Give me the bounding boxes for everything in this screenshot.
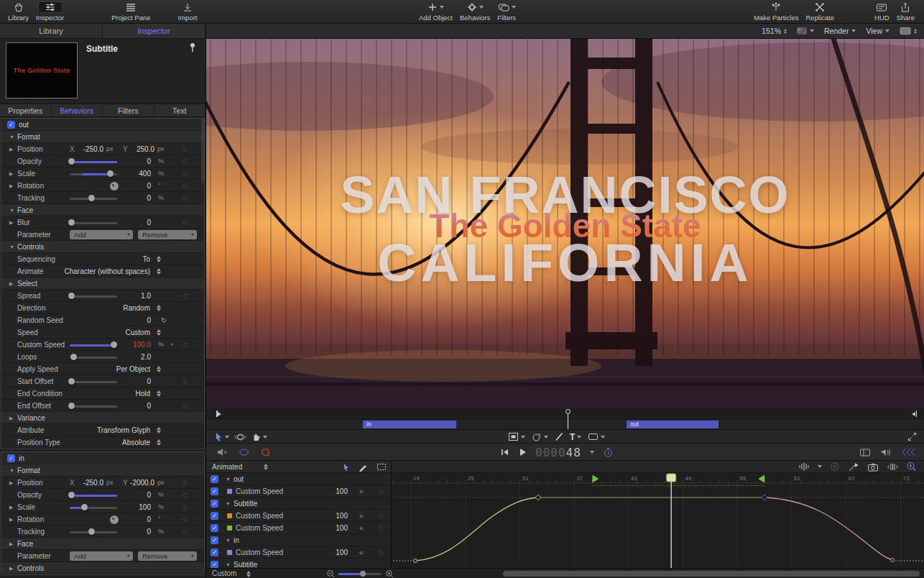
disclosure-triangle-icon[interactable]: ▶ <box>9 168 13 180</box>
curve-checkbox[interactable]: ✓ <box>211 475 218 483</box>
remove-popup-button[interactable]: Remove <box>138 230 197 239</box>
keyframe-diamond-icon[interactable]: ◇ <box>183 400 188 412</box>
section-row-format[interactable]: ▼Format <box>1 131 204 143</box>
record-animation-icon[interactable] <box>260 447 271 457</box>
param-slider[interactable] <box>70 222 117 224</box>
toolbar-button-make-particles[interactable]: Make Particles <box>750 1 802 22</box>
curve-filter-select[interactable]: Animated <box>212 461 242 473</box>
slider-thumb[interactable] <box>81 504 88 510</box>
chevron-down-icon[interactable] <box>818 465 822 470</box>
param-value[interactable]: 0 <box>147 489 151 501</box>
select-transform-tool[interactable] <box>215 432 229 441</box>
keyframe-nav-icon[interactable]: » <box>170 339 174 351</box>
x-value[interactable]: -250.0 <box>73 143 103 155</box>
popup-value[interactable]: To <box>142 253 150 265</box>
zoom-graph-icon[interactable] <box>906 462 917 472</box>
value-stepper-icon[interactable] <box>157 439 161 446</box>
section-row-select[interactable]: ▶Select <box>1 277 204 290</box>
toolbar-button-share[interactable]: Share <box>893 1 918 22</box>
text-tool[interactable]: T <box>570 432 581 442</box>
add-popup-button[interactable]: Add <box>70 230 133 239</box>
param-value[interactable]: 100 <box>139 501 151 513</box>
disclosure-triangle-icon[interactable]: ▼ <box>226 534 231 546</box>
curve-checkbox[interactable]: ✓ <box>211 512 218 520</box>
play-range-start-marker-icon[interactable] <box>216 410 223 417</box>
current-frame-counter[interactable]: 000048 <box>535 446 581 459</box>
param-value[interactable]: 0 <box>147 375 151 387</box>
rotation-dial[interactable] <box>110 515 119 524</box>
slider-thumb[interactable] <box>68 403 75 409</box>
curve-checkbox[interactable]: ✓ <box>211 549 218 556</box>
popup-value[interactable]: Character (without spaces) <box>65 265 151 277</box>
popup-value[interactable]: Absolute <box>122 436 150 449</box>
disclosure-triangle-icon[interactable]: ▶ <box>9 501 13 513</box>
slider-thumb[interactable] <box>70 354 77 360</box>
expand-icon[interactable] <box>907 432 917 441</box>
audio-pane-icon[interactable] <box>880 448 892 457</box>
transform-keyframes-icon[interactable] <box>887 462 898 472</box>
zoom-out-icon[interactable] <box>326 569 336 578</box>
remove-popup-button[interactable]: Remove <box>138 551 197 561</box>
keyframe-diamond-icon[interactable]: ◇ <box>183 513 188 526</box>
keyframe-diamond-icon[interactable]: ◇ <box>183 143 188 155</box>
add-popup-button[interactable]: Add <box>70 551 133 561</box>
curve-checkbox[interactable]: ✓ <box>211 524 218 532</box>
slider-thumb[interactable] <box>107 170 114 177</box>
curve-checkbox[interactable]: ✓ <box>211 500 218 508</box>
keyframe-nav-icon[interactable]: « <box>359 546 364 559</box>
disclosure-triangle-icon[interactable]: ▶ <box>9 562 13 574</box>
disclosure-triangle-icon[interactable]: ▼ <box>226 473 231 485</box>
y-value[interactable]: 250.0 <box>124 143 154 155</box>
keyframe-diamond-icon[interactable]: ◇ <box>183 501 188 513</box>
disclosure-triangle-icon[interactable]: ▼ <box>9 204 14 216</box>
value-stepper-icon[interactable] <box>157 268 161 275</box>
disclosure-triangle-icon[interactable]: ▶ <box>9 216 13 229</box>
timecode-clock-icon[interactable] <box>603 447 614 458</box>
param-value[interactable]: 0 <box>147 526 151 538</box>
value-stepper-icon[interactable] <box>157 366 161 372</box>
slider-thumb[interactable] <box>68 492 75 498</box>
value-stepper-icon[interactable] <box>157 427 161 434</box>
canvas-viewport[interactable]: SAN FRANCISCO CALIFORNIA The Golden Stat… <box>206 39 924 408</box>
keyframe-diamond-icon[interactable]: ◇ <box>183 477 188 489</box>
clear-curve-icon[interactable] <box>830 462 840 472</box>
behavior-bar-in[interactable]: in <box>363 421 456 428</box>
chevron-down-icon[interactable] <box>590 451 594 456</box>
popup-value[interactable]: Per Object <box>116 363 150 375</box>
camera-snapshot-icon[interactable] <box>867 462 879 472</box>
keyframe-diamond-icon[interactable]: ◇ <box>379 510 384 522</box>
inspector-tab-filters[interactable]: Filters <box>103 104 154 116</box>
generate-seed-icon[interactable]: ↻ <box>161 314 167 326</box>
keyframe-diamond-icon[interactable]: ◇ <box>183 192 188 204</box>
behavior-bar-out[interactable]: out <box>627 421 719 428</box>
param-value[interactable]: 0 <box>147 513 151 526</box>
keyframe-diamond-icon[interactable]: ◇ <box>183 526 188 538</box>
loop-playback-icon[interactable] <box>238 447 250 457</box>
playhead[interactable] <box>565 409 570 430</box>
graph-horizontal-scrollbar[interactable] <box>503 571 920 577</box>
param-slider[interactable] <box>70 507 117 509</box>
value-stepper-icon[interactable] <box>157 329 161 336</box>
toolbar-button-add-object[interactable]: Add Object <box>415 1 456 22</box>
view-menu[interactable]: View <box>866 27 890 35</box>
disclosure-triangle-icon[interactable]: ▼ <box>226 497 231 510</box>
panel-tab-library[interactable]: Library <box>0 24 103 38</box>
curve-value[interactable]: 100 <box>325 522 348 534</box>
x-value[interactable]: -250.0 <box>73 477 103 489</box>
value-stepper-icon[interactable] <box>157 305 161 311</box>
param-value[interactable]: 1.0 <box>141 290 151 302</box>
slider-thumb[interactable] <box>88 195 95 201</box>
param-value[interactable]: 400 <box>139 168 151 180</box>
timeline-pane-icon[interactable] <box>859 448 871 457</box>
popup-value[interactable]: Hold <box>135 387 150 400</box>
value-stepper-icon[interactable] <box>157 256 161 262</box>
scrollbar-thumb[interactable] <box>201 119 205 183</box>
disclosure-triangle-icon[interactable]: ▶ <box>9 513 13 526</box>
previous-frame-icon[interactable] <box>499 448 509 457</box>
disclosure-triangle-icon[interactable]: ▶ <box>9 180 13 192</box>
paint-stroke-tool[interactable] <box>555 432 563 441</box>
keyframe-diamond-icon[interactable]: ◇ <box>183 375 188 387</box>
section-row-controls[interactable]: ▶Controls <box>1 562 204 574</box>
keyframe-nav-icon[interactable]: » <box>359 485 364 497</box>
curve-set-select[interactable]: Custom <box>212 569 236 578</box>
